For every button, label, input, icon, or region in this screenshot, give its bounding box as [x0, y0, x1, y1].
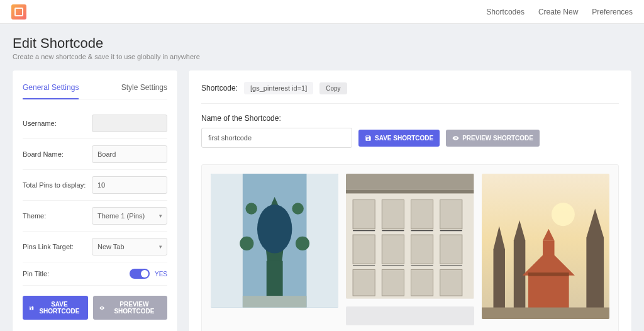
svg-rect-17: [353, 235, 375, 264]
top-nav: Shortcodes Create New Preferences: [486, 8, 633, 16]
field-theme: Theme:: [23, 201, 167, 232]
save-icon: [365, 135, 372, 142]
field-pin-title: Pin Title: YES: [23, 262, 167, 286]
settings-panel: General Settings Style Settings Username…: [13, 70, 177, 331]
total-pins-input[interactable]: [92, 176, 167, 194]
nav-preferences[interactable]: Preferences: [592, 8, 633, 16]
preview-button-label: PREVIEW SHORTCODE: [462, 135, 533, 142]
link-target-label: Pins Link Target:: [23, 243, 74, 250]
svg-point-3: [257, 205, 292, 254]
svg-rect-24: [440, 269, 462, 296]
tab-style[interactable]: Style Settings: [121, 79, 167, 99]
page-title: Edit Shortcode: [13, 35, 631, 52]
main-panel: Shortcode: [gs_pinterest id=1] Copy Name…: [189, 70, 631, 331]
pin-title-toggle[interactable]: [130, 269, 150, 279]
svg-marker-36: [513, 220, 525, 319]
board-input[interactable]: [92, 145, 167, 163]
nav-create-new[interactable]: Create New: [538, 8, 578, 16]
preview-button-main[interactable]: PREVIEW SHORTCODE: [446, 130, 540, 147]
svg-point-6: [292, 203, 303, 214]
save-button-label: SAVE SHORTCODE: [37, 301, 81, 315]
nav-shortcodes[interactable]: Shortcodes: [486, 8, 525, 16]
svg-rect-12: [346, 190, 474, 194]
svg-point-8: [296, 237, 309, 250]
pin-image: [346, 306, 474, 325]
svg-rect-19: [411, 235, 433, 264]
svg-rect-1: [211, 174, 243, 308]
svg-rect-15: [411, 200, 433, 229]
shortcode-line: Shortcode: [gs_pinterest id=1] Copy: [201, 82, 619, 104]
pin-title-label: Pin Title:: [23, 270, 49, 278]
username-label: Username:: [23, 120, 57, 127]
total-pins-label: Total Pins to display:: [23, 181, 86, 189]
svg-rect-13: [353, 200, 375, 229]
svg-rect-18: [382, 235, 404, 264]
preview-area: [201, 164, 619, 331]
svg-point-7: [240, 237, 253, 250]
svg-rect-2: [306, 174, 338, 308]
page-subtitle: Create a new shortcode & save it to use …: [13, 53, 631, 60]
field-link-target: Pins Link Target:: [23, 232, 167, 262]
save-button-main[interactable]: SAVE SHORTCODE: [358, 130, 440, 147]
svg-rect-42: [528, 272, 569, 276]
eye-icon: [452, 135, 459, 142]
save-button-sidebar[interactable]: SAVE SHORTCODE: [23, 296, 88, 320]
svg-rect-14: [382, 200, 404, 229]
board-label: Board Name:: [23, 150, 64, 158]
link-target-select[interactable]: [92, 238, 167, 255]
svg-rect-21: [353, 269, 375, 296]
settings-tabs: General Settings Style Settings: [23, 79, 167, 99]
field-total-pins: Total Pins to display:: [23, 170, 167, 201]
eye-icon: [99, 305, 104, 311]
svg-rect-9: [243, 296, 307, 307]
name-label: Name of the Shortcode:: [201, 114, 619, 123]
save-icon: [29, 305, 34, 311]
svg-rect-40: [543, 240, 554, 255]
svg-rect-22: [382, 269, 404, 296]
pin-image: [346, 174, 474, 299]
preview-button-label: PREVIEW SHORTCODE: [108, 301, 161, 315]
top-bar: Shortcodes Create New Preferences: [0, 0, 644, 24]
field-board-name: Board Name:: [23, 139, 167, 170]
svg-rect-23: [411, 269, 433, 296]
username-input[interactable]: [92, 115, 167, 132]
svg-rect-43: [482, 308, 609, 319]
theme-select[interactable]: [92, 207, 167, 225]
tab-general[interactable]: General Settings: [23, 79, 79, 99]
name-input[interactable]: [201, 128, 352, 148]
save-button-label: SAVE SHORTCODE: [375, 135, 433, 142]
copy-button[interactable]: Copy: [319, 82, 347, 94]
svg-rect-16: [440, 200, 462, 229]
shortcode-label: Shortcode:: [201, 84, 238, 93]
svg-point-5: [245, 203, 257, 214]
shortcode-code: [gs_pinterest id=1]: [244, 82, 313, 94]
svg-rect-4: [267, 261, 283, 302]
logo-icon: [11, 4, 26, 20]
svg-rect-11: [346, 174, 474, 190]
svg-point-34: [552, 203, 575, 226]
pin-image: [211, 174, 338, 308]
pin-title-toggle-text: YES: [155, 271, 167, 278]
theme-label: Theme:: [23, 212, 46, 220]
preview-button-sidebar[interactable]: PREVIEW SHORTCODE: [93, 296, 168, 320]
svg-rect-20: [440, 235, 462, 264]
field-username: Username:: [23, 108, 167, 139]
pin-image: [482, 174, 609, 319]
